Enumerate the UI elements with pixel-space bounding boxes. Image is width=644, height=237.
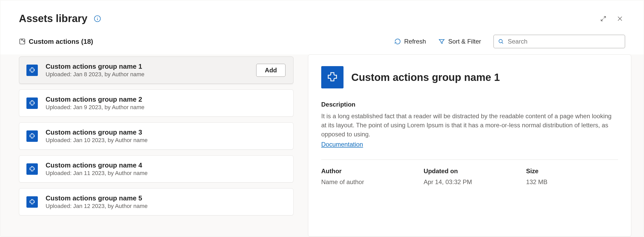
assets-library-panel: Assets library	[0, 0, 644, 237]
size-value: 132 MB	[526, 178, 618, 186]
details-panel: Custom actions group name 1 Description …	[308, 54, 631, 237]
close-icon[interactable]	[615, 13, 625, 24]
toolbar: Custom actions (18) Refresh Sort & Filte…	[0, 30, 644, 54]
svg-point-6	[499, 39, 502, 43]
puzzle-icon	[321, 66, 344, 88]
filter-icon	[438, 38, 445, 45]
sort-filter-button[interactable]: Sort & Filter	[438, 38, 481, 45]
list-item-subtitle: Uploaded: Jan 9 2023, by Author name	[46, 104, 285, 111]
subtitle: Custom actions (18)	[19, 38, 93, 46]
search-field[interactable]	[493, 35, 625, 48]
info-icon[interactable]	[94, 15, 101, 22]
puzzle-icon	[26, 130, 38, 142]
list-item-subtitle: Uploaded: Jan 8 2023, by Author name	[46, 71, 256, 78]
search-icon	[498, 38, 504, 45]
description-label: Description	[321, 101, 618, 108]
list-item-subtitle: Uploaded: Jan 12 2023, by Author name	[46, 203, 285, 210]
list-item[interactable]: Custom actions group name 3 Uploaded: Ja…	[19, 122, 294, 150]
svg-line-7	[502, 42, 503, 44]
expand-icon[interactable]	[598, 13, 609, 24]
list-item-title: Custom actions group name 3	[46, 128, 285, 136]
author-label: Author	[321, 168, 413, 175]
description-text: It is a long established fact that a rea…	[321, 112, 618, 139]
updated-value: Apr 14, 03:32 PM	[424, 178, 516, 186]
documentation-link[interactable]: Documentation	[321, 141, 363, 148]
sort-filter-label: Sort & Filter	[448, 38, 481, 45]
list-item-subtitle: Uploaded: Jan 11 2023, by Author name	[46, 170, 285, 177]
page-title: Assets library	[19, 13, 88, 24]
details-header: Custom actions group name 1	[321, 66, 618, 88]
search-input[interactable]	[508, 38, 621, 45]
list-item[interactable]: Custom actions group name 2 Uploaded: Ja…	[19, 89, 294, 117]
svg-point-2	[97, 17, 98, 17]
refresh-button[interactable]: Refresh	[394, 38, 426, 45]
size-label: Size	[526, 168, 618, 175]
refresh-icon	[394, 38, 401, 45]
details-title: Custom actions group name 1	[351, 72, 500, 83]
puzzle-icon	[26, 196, 38, 208]
puzzle-icon	[26, 163, 38, 175]
author-value: Name of author	[321, 178, 413, 186]
body: Custom actions group name 1 Uploaded: Ja…	[0, 54, 644, 237]
list-item-title: Custom actions group name 5	[46, 194, 285, 202]
subtitle-label: Custom actions (18)	[29, 38, 93, 46]
list-item[interactable]: Custom actions group name 4 Uploaded: Ja…	[19, 155, 294, 183]
list-item[interactable]: Custom actions group name 1 Uploaded: Ja…	[19, 57, 294, 84]
meta-row: Author Name of author Updated on Apr 14,…	[321, 168, 618, 186]
list-item-title: Custom actions group name 1	[46, 62, 256, 71]
add-button[interactable]: Add	[256, 64, 285, 77]
puzzle-icon	[26, 97, 38, 109]
svg-rect-5	[20, 39, 25, 44]
list-item-subtitle: Uploaded: Jan 10 2023, by Author name	[46, 137, 285, 144]
updated-label: Updated on	[424, 168, 516, 175]
panel-header: Assets library	[0, 0, 644, 30]
list-item-title: Custom actions group name 2	[46, 95, 285, 103]
actions-list: Custom actions group name 1 Uploaded: Ja…	[19, 54, 294, 237]
list-item-title: Custom actions group name 4	[46, 161, 285, 169]
puzzle-icon	[19, 38, 26, 45]
refresh-label: Refresh	[404, 38, 426, 45]
puzzle-icon	[26, 65, 38, 76]
list-item[interactable]: Custom actions group name 5 Uploaded: Ja…	[19, 188, 294, 215]
divider	[321, 159, 618, 160]
